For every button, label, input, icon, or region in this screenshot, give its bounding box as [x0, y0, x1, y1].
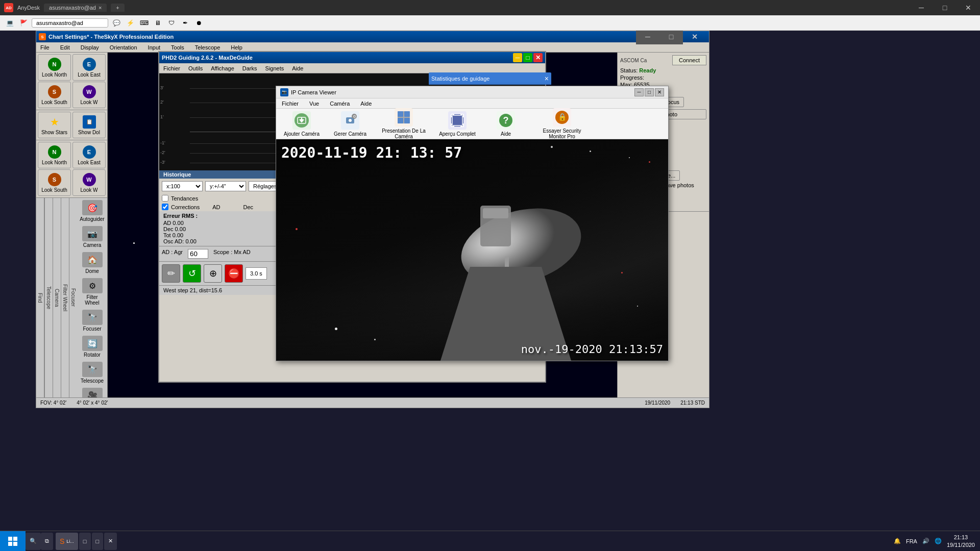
menu-telescope[interactable]: Telescope [193, 44, 222, 51]
look-north-btn-1[interactable]: N Look North [38, 54, 71, 81]
ipcam-security-monitor[interactable]: 🔒 Essayer Security Monitor Pro [534, 108, 590, 139]
sidebar-telescope[interactable]: 🔭 Telescope [77, 360, 107, 386]
pencil-button[interactable]: ✏ [162, 264, 180, 283]
security-monitor-label: Essayer Security Monitor Pro [534, 128, 590, 139]
show-stars-btn[interactable]: ★ Show Stars [38, 112, 71, 138]
filterwheel-vert-label: Filter Wheel [61, 198, 69, 397]
anydesk-record-icon[interactable]: ⏺ [193, 17, 205, 29]
x-select[interactable]: x:100 [162, 181, 203, 191]
ad-agr-input[interactable] [188, 249, 208, 259]
taskbar-search[interactable]: 🔍 [26, 533, 41, 550]
taskbar-task-view[interactable]: ⧉ [41, 533, 53, 550]
look-north-btn-2[interactable]: N Look North [38, 142, 71, 168]
anydesk-minimize-button[interactable]: ─ [910, 0, 933, 15]
thesky-maximize-button[interactable]: □ [659, 29, 683, 44]
north-circle-1: N [48, 58, 61, 71]
sidebar-autoguider[interactable]: 🎯 Autoguider [77, 198, 107, 224]
keyboard-layout[interactable]: FRA [906, 538, 917, 544]
phd2-menu-outils[interactable]: Outils [187, 65, 204, 71]
ipcam-menu-aide[interactable]: Aide [359, 101, 373, 107]
start-button[interactable] [0, 531, 26, 552]
ipcam-minimize-button[interactable]: ─ [634, 88, 644, 96]
connect-button[interactable]: Connect [672, 55, 706, 65]
ipcam-manage-camera[interactable]: ⚙ Gerer Caméra [330, 111, 371, 137]
anydesk-tab[interactable]: asusmaxastro@ad × [44, 4, 107, 12]
ipcam-menubar: Fichier Vue Caméra Aide [276, 98, 668, 109]
menu-tools[interactable]: Tools [169, 44, 186, 51]
ipcam-add-camera[interactable]: + Ajouter Caméra [281, 111, 322, 137]
show-dol-btn[interactable]: 📋 Show Dol [72, 112, 106, 138]
taskbar-thesky[interactable]: S Li... [56, 533, 78, 550]
anydesk-chat-icon[interactable]: 💬 [111, 17, 122, 29]
ipcam-full-preview[interactable]: Aperçu Complet [437, 111, 478, 137]
sidebar-rotator[interactable]: 🔄 Rotator [77, 334, 107, 360]
anydesk-titlebar-right: ─ □ ✕ [910, 0, 980, 15]
phd2-menu-aide[interactable]: Aide [290, 65, 305, 71]
y-select[interactable]: y:+/-4" [205, 181, 246, 191]
look-east-btn-1[interactable]: E Look East [72, 54, 106, 81]
menu-help[interactable]: Help [229, 44, 244, 51]
phd2-menu-fichier[interactable]: Fichier [162, 65, 182, 71]
sidebar-video[interactable]: 🎥 Video [77, 386, 107, 397]
taskbar-clock[interactable]: 21:13 19/11/2020 [947, 534, 975, 548]
ipcam-menu-camera[interactable]: Caméra [328, 101, 351, 107]
taskbar-close-1[interactable]: ✕ [104, 533, 117, 550]
menu-edit[interactable]: Edit [59, 44, 71, 51]
phd2-menu-darks[interactable]: Darks [241, 65, 259, 71]
ipcam-window: 📷 IP Camera Viewer ─ □ ✕ Fichier Vue Cam… [276, 86, 669, 361]
stop-button[interactable]: ⛔ [225, 264, 243, 283]
anydesk-screen-icon[interactable]: 💻 [4, 17, 15, 29]
corrections-checkbox[interactable] [162, 204, 168, 210]
anydesk-shield-icon[interactable]: 🛡 [166, 17, 177, 29]
anydesk-monitor-icon[interactable]: 🖥 [152, 17, 163, 29]
look-east-btn-2[interactable]: E Look East [72, 142, 106, 168]
look-north-label-2: Look North [42, 160, 67, 165]
look-south-btn-2[interactable]: S Look South [38, 169, 71, 196]
crosshair-button[interactable]: ⊕ [204, 264, 222, 283]
tendances-checkbox[interactable] [162, 195, 168, 202]
sidebar-filter-wheel[interactable]: ⚙ Filter Wheel [77, 276, 107, 308]
thesky-close-button[interactable]: ✕ [683, 29, 706, 44]
thesky-minimize-button[interactable]: ─ [636, 29, 659, 44]
anydesk-flag-icon[interactable]: 🚩 [18, 17, 29, 29]
ipcam-aide[interactable]: ? Aide [485, 111, 526, 137]
notification-icon[interactable]: 🔔 [894, 538, 901, 544]
look-south-btn-1[interactable]: S Look South [38, 82, 71, 108]
taskbar-phd2-1[interactable]: □ [79, 533, 91, 550]
menu-input[interactable]: Input [146, 44, 162, 51]
phd2-minimize-button[interactable]: ─ [513, 53, 522, 62]
sidebar-dome[interactable]: 🏠 Dome [77, 250, 107, 276]
anydesk-new-tab[interactable]: + [111, 4, 124, 12]
sidebar-focuser[interactable]: 🔭 Focuser [77, 308, 107, 334]
cam-star-5 [374, 339, 376, 340]
stats-close-button[interactable]: × [545, 74, 549, 83]
menu-orientation[interactable]: Orientation [108, 44, 139, 51]
menu-file[interactable]: File [39, 44, 51, 51]
sidebar-camera[interactable]: 📷 Camera [77, 224, 107, 250]
anydesk-pen-icon[interactable]: ✒ [180, 17, 191, 29]
taskbar-phd2-2[interactable]: □ [92, 533, 104, 550]
ipcam-maximize-button[interactable]: □ [645, 88, 654, 96]
ipcam-menu-vue[interactable]: Vue [308, 101, 321, 107]
phd2-maximize-button[interactable]: □ [523, 53, 532, 62]
phd2-close-button[interactable]: ✕ [533, 53, 543, 62]
look-w-btn-1[interactable]: W Look W [72, 82, 106, 108]
phd2-menu-affichage[interactable]: Affichage [209, 65, 236, 71]
network-icon[interactable]: 🌐 [935, 538, 942, 544]
look-east-label-1: Look East [78, 72, 100, 78]
menu-display[interactable]: Display [79, 44, 101, 51]
anydesk-keyboard-icon[interactable]: ⌨ [138, 17, 150, 29]
look-w-btn-2[interactable]: W Look W [72, 169, 106, 196]
telescope-vert-label: Telescope [44, 198, 53, 397]
anydesk-maximize-button[interactable]: □ [933, 0, 957, 15]
anydesk-bolt-icon[interactable]: ⚡ [125, 17, 136, 29]
anydesk-close-button[interactable]: ✕ [957, 0, 980, 15]
ipcam-close-button[interactable]: ✕ [655, 88, 664, 96]
ipcam-menu-fichier[interactable]: Fichier [280, 101, 300, 107]
anydesk-tab-close[interactable]: × [99, 5, 102, 11]
volume-icon[interactable]: 🔊 [922, 538, 929, 544]
phd2-menu-signets[interactable]: Signets [264, 65, 286, 71]
ipcam-presentation[interactable]: Presentation De La Caméra [378, 108, 429, 139]
anydesk-address-bar[interactable]: asusmaxastro@ad [32, 18, 108, 28]
recycle-button[interactable]: ↺ [183, 264, 201, 283]
